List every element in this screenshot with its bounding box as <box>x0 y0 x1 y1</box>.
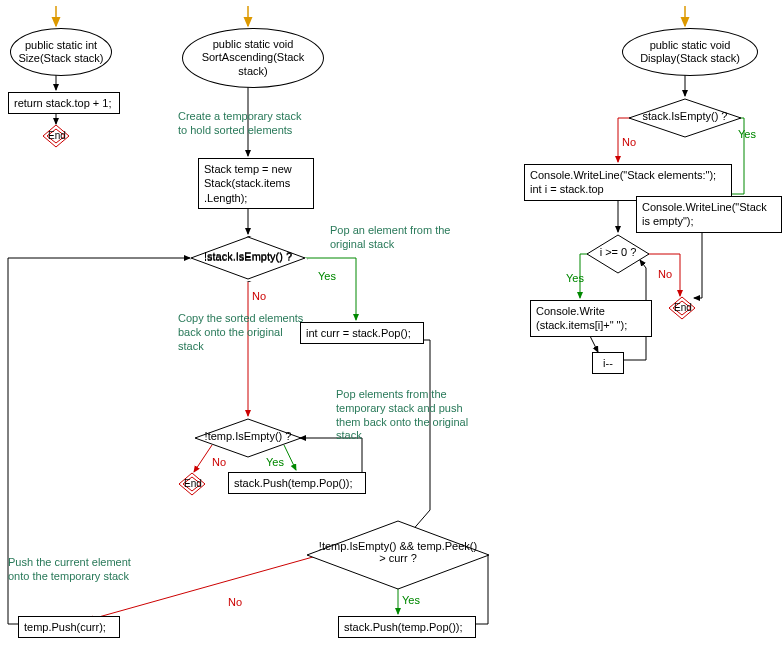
sort-push1-text: stack.Push(temp.Pop()); <box>344 621 463 633</box>
size-end: End <box>42 124 70 148</box>
sort-note-pop: Pop an element from theoriginal stack <box>330 224 480 252</box>
sort-push-temppop: stack.Push(temp.Pop()); <box>338 616 476 638</box>
disp-d1-label: stack.IsEmpty() ? <box>636 110 734 122</box>
disp-d2-label: i >= 0 ? <box>592 246 644 258</box>
disp-p2: Console.WriteLine("Stackis empty"); <box>636 196 782 233</box>
size-return-text: return stack.top + 1; <box>14 97 112 109</box>
disp-p1-text: Console.WriteLine("Stack elements:");int… <box>530 169 716 195</box>
sort-d2-label: !temp.IsEmpty() && temp.Peek()> curr ? <box>316 540 480 564</box>
sort-push2-text: temp.Push(curr); <box>24 621 106 633</box>
disp-p3-text: Console.Write(stack.items[i]+" "); <box>536 305 627 331</box>
lbl-no: No <box>622 136 636 148</box>
sort-note-popback: Pop elements from thetemporary stack and… <box>336 388 506 443</box>
sort-d3-label: !temp.IsEmpty() ? <box>200 430 296 442</box>
sort-note-push-curr: Push the current elementonto the tempora… <box>8 556 158 584</box>
lbl-yes: Yes <box>738 128 756 140</box>
sort-d1-label: !stack.IsEmpty() ? <box>200 250 296 262</box>
end-label: End <box>184 478 202 489</box>
disp-sig-text: public static voidDisplay(Stack stack) <box>640 39 740 65</box>
sort-push3: stack.Push(temp.Pop()); <box>228 472 366 494</box>
sort-temp-box: Stack temp = newStack(stack.items.Length… <box>198 158 314 209</box>
sort-push-curr: temp.Push(curr); <box>18 616 120 638</box>
lbl-yes: Yes <box>402 594 420 606</box>
sort-temp-text: Stack temp = newStack(stack.items.Length… <box>204 163 292 204</box>
disp-p4-text: i-- <box>603 357 613 369</box>
lbl-no: No <box>228 596 242 608</box>
lbl-no: No <box>212 456 226 468</box>
size-sig-text: public static intSize(Stack stack) <box>19 39 104 65</box>
disp-end: End <box>668 296 696 320</box>
sort-push3-text: stack.Push(temp.Pop()); <box>234 477 353 489</box>
sort-terminator: public static voidSortAscending(Stacksta… <box>182 28 324 88</box>
lbl-yes: Yes <box>266 456 284 468</box>
lbl-no: No <box>252 290 266 302</box>
end-label: End <box>48 130 66 141</box>
sort-note-create-temp: Create a temporary stackto hold sorted e… <box>178 110 338 138</box>
disp-p3: Console.Write(stack.items[i]+" "); <box>530 300 652 337</box>
sort-sig-text: public static voidSortAscending(Stacksta… <box>202 38 305 78</box>
sort-note-copyback: Copy the sorted elementsback onto the or… <box>178 312 338 353</box>
size-return: return stack.top + 1; <box>8 92 120 114</box>
lbl-yes: Yes <box>318 270 336 282</box>
size-terminator: public static intSize(Stack stack) <box>10 28 112 76</box>
lbl-no: No <box>658 268 672 280</box>
sort-end: End <box>178 472 206 496</box>
disp-terminator: public static voidDisplay(Stack stack) <box>622 28 758 76</box>
end-label: End <box>674 302 692 313</box>
disp-p4: i-- <box>592 352 624 374</box>
lbl-yes: Yes <box>566 272 584 284</box>
disp-p2-text: Console.WriteLine("Stackis empty"); <box>642 201 767 227</box>
